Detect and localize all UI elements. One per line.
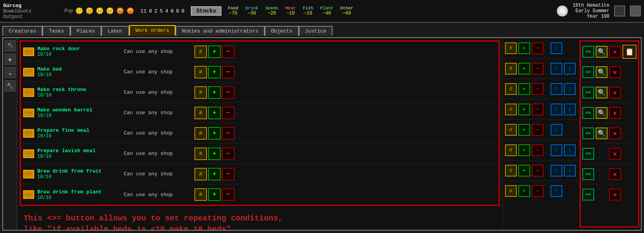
ctrl-minus-8[interactable]: − bbox=[532, 185, 543, 197]
arrow-down-2[interactable]: ↓ bbox=[564, 63, 576, 75]
arrow-down-1[interactable]: ↓ bbox=[551, 42, 562, 54]
tab-labor[interactable]: Labor bbox=[101, 26, 129, 36]
ctrl-hash-8[interactable]: # bbox=[505, 185, 517, 197]
hash-btn-1[interactable]: # bbox=[194, 46, 207, 58]
stocks-button[interactable]: Stocks bbox=[191, 6, 221, 16]
diamond-btn-3[interactable]: <> bbox=[582, 87, 594, 98]
minus-btn-6[interactable]: − bbox=[222, 147, 234, 160]
order-menu-btn[interactable]: ··· bbox=[23, 68, 34, 76]
ctrl-hash-2[interactable]: # bbox=[505, 63, 517, 75]
order-menu-btn[interactable]: ··· bbox=[23, 190, 34, 199]
order-menu-btn[interactable]: ··· bbox=[23, 170, 34, 178]
ctrl-hash-4[interactable]: # bbox=[505, 104, 517, 115]
diamond-btn-4[interactable]: <> bbox=[582, 107, 594, 119]
sidebar-icon-pickaxe[interactable]: ⛏ bbox=[5, 40, 16, 51]
tab-work-orders[interactable]: Work orders bbox=[129, 25, 176, 36]
tab-nobles[interactable]: Nobles and administrators bbox=[176, 26, 265, 36]
x-btn-4[interactable]: ✕ bbox=[609, 107, 621, 119]
diamond-btn-1[interactable]: <> bbox=[582, 46, 594, 58]
plus-btn-3[interactable]: + bbox=[208, 86, 221, 99]
ctrl-minus-2[interactable]: − bbox=[532, 63, 543, 75]
minus-btn-8[interactable]: − bbox=[222, 188, 234, 201]
ctrl-plus-4[interactable]: + bbox=[518, 104, 530, 115]
ctrl-plus-8[interactable]: + bbox=[518, 185, 530, 197]
ctrl-hash-6[interactable]: # bbox=[505, 144, 517, 156]
x-btn-6[interactable]: ✕ bbox=[609, 148, 621, 160]
minimap-button[interactable] bbox=[614, 5, 625, 16]
plus-btn-6[interactable]: + bbox=[208, 147, 221, 160]
ctrl-hash-3[interactable]: # bbox=[505, 83, 517, 95]
x-btn-3[interactable]: ✕ bbox=[609, 87, 621, 98]
ctrl-plus-3[interactable]: + bbox=[518, 83, 530, 95]
ctrl-hash-1[interactable]: # bbox=[505, 42, 517, 54]
order-menu-btn[interactable]: ··· bbox=[23, 129, 34, 138]
minus-btn-2[interactable]: − bbox=[222, 66, 234, 78]
search-btn-4[interactable]: 🔍 bbox=[596, 107, 607, 119]
arrow-up-2[interactable]: ↑ bbox=[551, 63, 562, 75]
ctrl-minus-3[interactable]: − bbox=[532, 83, 543, 95]
ctrl-minus-5[interactable]: − bbox=[532, 124, 543, 136]
ctrl-minus-6[interactable]: − bbox=[532, 144, 543, 156]
ctrl-hash-5[interactable]: # bbox=[505, 124, 517, 136]
ctrl-plus-1[interactable]: + bbox=[518, 42, 530, 54]
sidebar-icon-rock[interactable]: ◆ bbox=[5, 54, 16, 65]
hash-btn-5[interactable]: # bbox=[194, 127, 207, 140]
ctrl-plus-7[interactable]: + bbox=[518, 165, 530, 177]
plus-btn-8[interactable]: + bbox=[208, 188, 221, 201]
ctrl-minus-1[interactable]: − bbox=[532, 42, 543, 54]
plus-btn-4[interactable]: + bbox=[208, 107, 221, 119]
arrow-up-8[interactable]: ↑ bbox=[551, 185, 562, 197]
x-btn-8[interactable]: ✕ bbox=[609, 189, 621, 200]
arrow-up-4[interactable]: ↑ bbox=[551, 104, 562, 115]
options-button[interactable] bbox=[630, 5, 641, 16]
order-menu-btn[interactable]: ··· bbox=[23, 88, 34, 97]
tab-tasks[interactable]: Tasks bbox=[42, 26, 70, 36]
tab-objects[interactable]: Objects bbox=[265, 26, 299, 36]
x-btn-7[interactable]: ✕ bbox=[609, 168, 621, 180]
order-menu-btn[interactable]: ··· bbox=[23, 109, 34, 117]
minus-btn-1[interactable]: − bbox=[222, 46, 234, 58]
diamond-btn-7[interactable]: <> bbox=[582, 168, 594, 180]
arrow-down-4[interactable]: ↓ bbox=[564, 104, 576, 115]
hash-btn-2[interactable]: # bbox=[194, 66, 207, 78]
arrow-up-3[interactable]: ↑ bbox=[551, 83, 562, 95]
diamond-btn-2[interactable]: <> bbox=[582, 66, 594, 78]
ctrl-plus-2[interactable]: + bbox=[518, 63, 530, 75]
ctrl-minus-4[interactable]: − bbox=[532, 104, 543, 115]
search-btn-5[interactable]: 🔍 bbox=[596, 127, 607, 139]
tab-places[interactable]: Places bbox=[70, 26, 101, 36]
diamond-btn-6[interactable]: <> bbox=[582, 148, 594, 160]
arrow-down-3[interactable]: ↓ bbox=[564, 83, 576, 95]
clipboard-btn[interactable]: 📋 bbox=[622, 45, 637, 59]
diamond-btn-5[interactable]: <> bbox=[582, 127, 594, 139]
arrow-down-5[interactable]: ↓ bbox=[551, 124, 562, 136]
tab-justice[interactable]: Justice bbox=[299, 26, 333, 36]
x-btn-1[interactable]: ✕ bbox=[609, 46, 621, 58]
arrow-down-7[interactable]: ↓ bbox=[564, 165, 576, 177]
search-btn-2[interactable]: 🔍 bbox=[596, 66, 607, 78]
arrow-up-6[interactable]: ↑ bbox=[551, 144, 562, 156]
sidebar-icon-hammer[interactable]: 🔨 bbox=[5, 80, 16, 91]
hash-btn-7[interactable]: # bbox=[194, 168, 207, 180]
minus-btn-7[interactable]: − bbox=[222, 168, 234, 180]
diamond-btn-8[interactable]: <> bbox=[582, 189, 594, 200]
hash-btn-4[interactable]: # bbox=[194, 107, 207, 119]
search-btn-1[interactable]: 🔍 bbox=[596, 46, 607, 58]
x-btn-5[interactable]: ✕ bbox=[609, 127, 621, 139]
hash-btn-8[interactable]: # bbox=[194, 188, 207, 201]
plus-btn-2[interactable]: + bbox=[208, 66, 221, 78]
ctrl-plus-6[interactable]: + bbox=[518, 144, 530, 156]
arrow-up-7[interactable]: ↑ bbox=[551, 165, 562, 177]
ctrl-minus-7[interactable]: − bbox=[532, 165, 543, 177]
order-menu-btn[interactable]: ··· bbox=[23, 47, 34, 56]
tab-creatures[interactable]: Creatures bbox=[2, 26, 42, 36]
plus-btn-5[interactable]: + bbox=[208, 127, 221, 140]
arrow-down-6[interactable]: ↓ bbox=[564, 144, 576, 156]
ctrl-hash-7[interactable]: # bbox=[505, 165, 517, 177]
plus-btn-1[interactable]: + bbox=[208, 46, 221, 58]
ctrl-plus-5[interactable]: + bbox=[518, 124, 530, 136]
plus-btn-7[interactable]: + bbox=[208, 168, 221, 180]
search-btn-3[interactable]: 🔍 bbox=[596, 87, 607, 98]
hash-btn-3[interactable]: # bbox=[194, 86, 207, 99]
minus-btn-3[interactable]: − bbox=[222, 86, 234, 99]
